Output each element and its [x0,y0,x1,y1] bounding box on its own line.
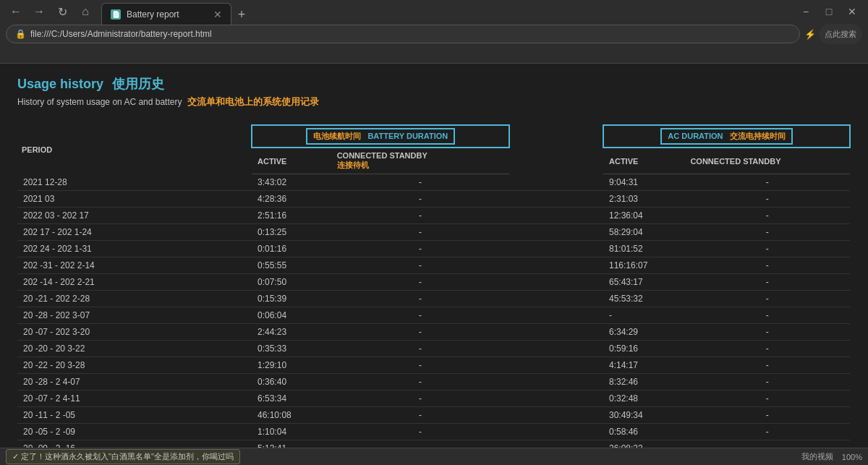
period-cell: 2022 03 - 202 17 [17,208,252,224]
period-cell: 202 17 - 202 1-24 [17,224,252,241]
table-row: 20 -20 - 20 3-22 0:35:33 - 0:59:16 - [17,341,850,357]
table-row: 202 -31 - 202 2-14 0:55:55 - 116:16:07 - [17,257,850,274]
status-bar-right: 我的视频 100% [801,451,862,462]
period-cell: 20 -22 - 20 3-28 [17,357,252,374]
toolbar-icons: ⚡ 点此搜索 [804,24,862,44]
ac-active-cell: 12:36:04 [603,208,684,224]
group-header-row: PERIOD 电池续航时间 BATTERY DURATION [17,125,850,148]
bat-standby-cn: 连接待机 [337,161,369,169]
bat-standby-cell: - [331,324,510,341]
bat-standby-header: CONNECTED STANDBY 连接待机 [331,148,510,174]
ac-standby-cell: - [684,274,850,291]
bat-active-header: ACTIVE [252,148,331,174]
table-row: 20 -05 - 2 -09 1:10:04 - 0:58:46 - [17,424,850,440]
ac-standby-cell: - [684,291,850,307]
bat-standby-cell: - [331,291,510,307]
table-row: 20 -07 - 202 3-20 2:44:23 - 6:34:29 - [17,324,850,341]
period-cell: 2021 12-28 [17,174,252,191]
usage-table: PERIOD 电池续航时间 BATTERY DURATION [17,124,851,448]
section-header: Usage history 使用历史 History of system usa… [17,75,851,119]
ac-en-label: AC DURATION [668,132,723,140]
table-row: 20 -28 - 2 4-07 0:36:40 - 8:32:46 - [17,374,850,391]
ac-standby-header: CONNECTED STANDBY [684,148,850,174]
ac-active-cell: 9:04:31 [603,174,684,191]
subtitle-en: History of system usage on AC and batter… [17,97,182,107]
ac-active-cell: 81:01:52 [603,241,684,257]
back-button[interactable]: ← [6,1,26,22]
bat-active-cell: 0:35:33 [252,341,331,357]
bat-standby-cell: - [331,174,510,191]
search-placeholder: 点此搜索 [825,29,856,40]
refresh-button[interactable]: ↻ [52,1,72,22]
new-tab-button[interactable]: + [231,4,252,25]
subtitle-cn: 交流单和电池上的系统使用记录 [187,95,319,108]
ac-group-header: AC DURATION 交流电持续时间 [603,125,850,148]
table-row: 20 -09 - 2 -16 5:13:41 - 26:08:32 - [17,440,850,448]
maximize-button[interactable]: □ [819,1,839,22]
tab-title: Battery report [127,9,179,20]
battery-en-label: BATTERY DURATION [367,132,448,140]
bat-active-cell: 6:53:34 [252,391,331,407]
period-cell: 202 -14 - 202 2-21 [17,274,252,291]
bat-standby-cell: - [331,407,510,424]
ac-active-cell: 30:49:34 [603,407,684,424]
ac-standby-cell: - [684,341,850,357]
tab-bar: 📄 Battery report ✕ + [101,0,790,25]
window-controls: − □ ✕ [796,1,862,22]
ac-active-cell: 2:31:03 [603,191,684,208]
bat-standby-cell: - [331,424,510,440]
zoom-level: 100% [842,453,862,461]
secure-icon: 🔒 [15,29,26,39]
report-container: Usage history 使用历史 History of system usa… [0,64,868,448]
period-cell: 20 -20 - 20 3-22 [17,341,252,357]
forward-button[interactable]: → [29,1,49,22]
lightning-icon: ⚡ [804,29,816,40]
search-button[interactable]: 点此搜索 [819,24,862,44]
ac-standby-cell: - [684,424,850,440]
home-button[interactable]: ⌂ [75,1,95,22]
period-header: PERIOD [17,125,252,174]
table-row: 202 17 - 202 1-24 0:13:25 - 58:29:04 - [17,224,850,241]
bat-standby-en: CONNECTED STANDBY [337,151,427,160]
ac-active-cell: 26:08:32 [603,440,684,448]
ac-standby-cell: - [684,440,850,448]
ac-standby-cell: - [684,174,850,191]
ac-standby-cell: - [684,324,850,341]
bat-standby-cell: - [331,257,510,274]
close-button[interactable]: ✕ [842,1,862,22]
bat-active-cell: 0:06:04 [252,307,331,324]
minimize-button[interactable]: − [796,1,816,22]
bat-active-cell: 0:36:40 [252,374,331,391]
table-row: 20 -11 - 2 -05 46:10:08 - 30:49:34 - [17,407,850,424]
ac-active-cell: 116:16:07 [603,257,684,274]
bat-active-cell: 5:13:41 [252,440,331,448]
ac-active-cell: 4:14:17 [603,357,684,374]
ac-cn-label: 交流电持续时间 [730,132,786,140]
ac-standby-cell: - [684,241,850,257]
table-body: 2021 12-28 3:43:02 - 9:04:31 - 2021 03 4… [17,174,850,448]
ac-active-cell: 65:43:17 [603,274,684,291]
ac-standby-cell: - [684,257,850,274]
ac-active-cell: 6:34:29 [603,324,684,341]
my-videos-label[interactable]: 我的视频 [801,451,833,462]
bat-standby-cell: - [331,341,510,357]
bat-standby-cell: - [331,224,510,241]
bat-active-cell: 0:13:25 [252,224,331,241]
active-tab[interactable]: 📄 Battery report ✕ [101,3,231,25]
status-notification[interactable]: ✓ 定了！这种酒永久被划入"白酒黑名单"全是添加剂，你喝过吗 [6,449,240,464]
period-cell: 20 -11 - 2 -05 [17,407,252,424]
tab-close-button[interactable]: ✕ [213,9,222,20]
status-bar: ✓ 定了！这种酒永久被划入"白酒黑名单"全是添加剂，你喝过吗 我的视频 100% [0,448,868,465]
address-bar[interactable]: 🔒 file:///C:/Users/Administrator/battery… [6,25,800,43]
battery-cn-label: 电池续航时间 [313,132,361,140]
subtitle-row: History of system usage on AC and batter… [17,95,319,119]
bat-active-cell: 4:28:36 [252,191,331,208]
browser-chrome: ← → ↻ ⌂ 📄 Battery report ✕ + − □ ✕ 🔒 fil… [0,0,868,64]
bat-standby-cell: - [331,357,510,374]
bat-standby-cell: - [331,191,510,208]
bat-active-cell: 0:07:50 [252,274,331,291]
table-row: 202 -14 - 202 2-21 0:07:50 - 65:43:17 - [17,274,850,291]
period-cell: 2021 03 [17,191,252,208]
title-row: Usage history 使用历史 [17,75,164,95]
period-cell: 202 24 - 202 1-31 [17,241,252,257]
